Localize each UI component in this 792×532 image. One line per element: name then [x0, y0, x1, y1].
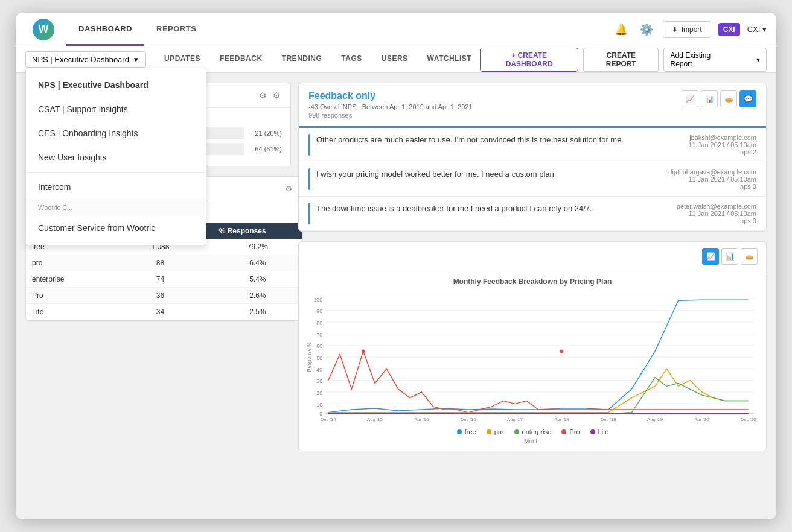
- svg-point-35: [457, 429, 462, 434]
- second-nav: NPS | Executive Dashboard ▾ NPS | Execut…: [16, 46, 776, 73]
- feedback-card-header: Feedback only -43 Overall NPS · Between …: [299, 83, 766, 128]
- import-button[interactable]: ⬇ Import: [663, 21, 711, 38]
- second-nav-actions: + CREATE DASHBOARD CREATE REPORT Add Exi…: [480, 48, 767, 72]
- chart-x-axis-label: Month: [305, 438, 760, 445]
- feedback-view-line[interactable]: 📈: [682, 90, 698, 107]
- chart-body: Monthly Feedback Breakdown by Pricing Pl…: [299, 271, 766, 451]
- feedback-subtitle: -43 Overall NPS · Between Apr 1, 2019 an…: [308, 103, 682, 110]
- settings-icon[interactable]: ⚙️: [637, 21, 656, 39]
- legend-Pro: Pro: [561, 428, 580, 435]
- tab-reports[interactable]: REPORTS: [144, 13, 208, 46]
- feedback-date: 11 Jan 2021 / 05:10am: [668, 176, 756, 183]
- dashboard-select-button[interactable]: NPS | Executive Dashboard ▾: [25, 51, 146, 68]
- legend-free: free: [456, 428, 476, 435]
- svg-text:50: 50: [316, 355, 322, 361]
- svg-text:100: 100: [314, 297, 323, 303]
- svg-text:Dec '16: Dec '16: [461, 417, 476, 422]
- svg-point-36: [487, 429, 491, 434]
- chart-legend: free pro enterprise Pro Lite: [305, 428, 760, 435]
- dropdown-item-new-user[interactable]: New User Insights: [26, 145, 206, 169]
- table-cell-pct: 5.4%: [213, 271, 302, 288]
- nps-filter-icon[interactable]: ⚙: [258, 89, 268, 101]
- create-dashboard-button[interactable]: + CREATE DASHBOARD: [480, 48, 578, 72]
- notifications-icon[interactable]: 🔔: [612, 21, 630, 39]
- svg-point-39: [590, 429, 595, 434]
- table-row: enterprise 74 5.4%: [26, 271, 302, 288]
- legend-Lite: Lite: [590, 428, 609, 435]
- feedback-view-bar[interactable]: 📊: [701, 90, 718, 107]
- svg-text:0: 0: [319, 411, 322, 417]
- feedback-bar-accent: [308, 203, 310, 224]
- table-cell-count: 34: [107, 304, 213, 320]
- svg-text:Aug '15: Aug '15: [367, 417, 383, 422]
- feedback-view-list[interactable]: 💬: [739, 90, 756, 107]
- nav-link-watchlist[interactable]: WATCHLIST: [419, 46, 481, 72]
- nav-link-feedback[interactable]: FEEDBACK: [211, 46, 271, 72]
- col-header-pct: % Responses: [213, 223, 302, 239]
- nps-widget-controls: ⚙ ⚙: [258, 89, 282, 101]
- create-report-button[interactable]: CREATE REPORT: [583, 48, 659, 72]
- feedback-nps: nps 2: [688, 148, 756, 156]
- feedback-bar-accent: [308, 168, 310, 190]
- nav-link-trending[interactable]: TRENDING: [273, 46, 331, 72]
- dropdown-item-customer-service[interactable]: Customer Service from Wootric: [26, 216, 206, 240]
- legend-pro: pro: [486, 428, 504, 435]
- svg-text:20: 20: [316, 390, 322, 396]
- table-cell-plan: Lite: [26, 304, 107, 320]
- svg-text:10: 10: [316, 402, 322, 408]
- chevron-down-icon: ▾: [756, 55, 760, 64]
- dropdown-item-intercom[interactable]: Intercom: [26, 175, 206, 199]
- dropdown-item-csat[interactable]: CSAT | Support Insights: [26, 97, 206, 121]
- feedback-date: 11 Jan 2021 / 05:10am: [677, 210, 756, 217]
- table-cell-pct: 2.5%: [213, 304, 302, 320]
- table-cell-plan: enterprise: [26, 271, 107, 288]
- cxi-dropdown[interactable]: CXI ▾: [747, 25, 767, 34]
- svg-text:70: 70: [316, 332, 322, 338]
- feedback-item-meta: jbakshi@example.com 11 Jan 2021 / 05:10a…: [688, 134, 756, 156]
- chart-view-buttons: 📈 📊 🥧: [702, 248, 758, 265]
- svg-text:Apr '18: Apr '18: [554, 417, 569, 422]
- feedback-item-text: The downtime issue is a dealbreaker for …: [316, 203, 671, 224]
- feedback-list: Other products are much easier to use. I…: [299, 128, 766, 231]
- nps-settings-icon[interactable]: ⚙: [272, 89, 282, 101]
- feedback-list-item: Other products are much easier to use. I…: [299, 128, 766, 162]
- top-nav: W DASHBOARD REPORTS 🔔 ⚙️ ⬇ Import CXI CX…: [16, 13, 776, 46]
- table-cell-plan: Pro: [26, 288, 107, 304]
- feedback-email: peter.walsh@example.com: [677, 203, 756, 210]
- bar-value-detractor: 64 (61%): [249, 145, 282, 153]
- table-cell-count: 36: [107, 288, 213, 304]
- tab-dashboard[interactable]: DASHBOARD: [66, 13, 144, 46]
- svg-point-24: [560, 349, 563, 353]
- feedback-responses: 998 responses: [308, 112, 682, 119]
- feedback-nps: nps 0: [677, 217, 756, 224]
- svg-point-38: [561, 429, 566, 434]
- nav-link-users[interactable]: USERS: [373, 46, 417, 72]
- feedback-date: 11 Jan 2021 / 05:10am: [688, 141, 756, 148]
- chart-view-pie[interactable]: 🥧: [741, 248, 758, 265]
- table-cell-plan: pro: [26, 255, 107, 271]
- add-existing-select[interactable]: Add Existing Report ▾: [663, 48, 767, 72]
- svg-text:Dec '14: Dec '14: [321, 417, 337, 422]
- svg-text:Dec '20: Dec '20: [741, 417, 756, 422]
- svg-text:Aug '17: Aug '17: [507, 417, 523, 422]
- feedback-view-pie[interactable]: 🥧: [720, 90, 737, 107]
- nav-link-tags[interactable]: TAGS: [333, 46, 370, 72]
- chart-card: 📈 📊 🥧 Monthly Feedback Breakdown by Pric…: [298, 241, 767, 451]
- feedback-list-item: I wish your pricing model worked better …: [299, 162, 766, 197]
- pricing-settings-icon[interactable]: ⚙: [284, 183, 294, 195]
- svg-point-23: [362, 349, 365, 353]
- chart-view-line[interactable]: 📈: [702, 248, 719, 265]
- nav-actions: 🔔 ⚙️ ⬇ Import CXI CXI ▾: [612, 21, 767, 39]
- dropdown-item-nps-exec[interactable]: NPS | Executive Dashboard: [26, 73, 206, 97]
- cxi-badge: CXI: [718, 23, 740, 36]
- svg-text:Dec '18: Dec '18: [601, 417, 616, 422]
- svg-text:90: 90: [316, 309, 322, 315]
- feedback-card: Feedback only -43 Overall NPS · Between …: [298, 83, 767, 232]
- feedback-email: jbakshi@example.com: [688, 134, 756, 141]
- dropdown-item-ces[interactable]: CES | Onboarding Insights: [26, 121, 206, 145]
- feedback-title: Feedback only: [308, 90, 682, 101]
- feedback-item-meta: dipti.bhargava@example.com 11 Jan 2021 /…: [668, 168, 756, 190]
- feedback-item-meta: peter.walsh@example.com 11 Jan 2021 / 05…: [677, 203, 756, 224]
- right-panel: Feedback only -43 Overall NPS · Between …: [298, 83, 767, 510]
- chart-view-bar[interactable]: 📊: [721, 248, 738, 265]
